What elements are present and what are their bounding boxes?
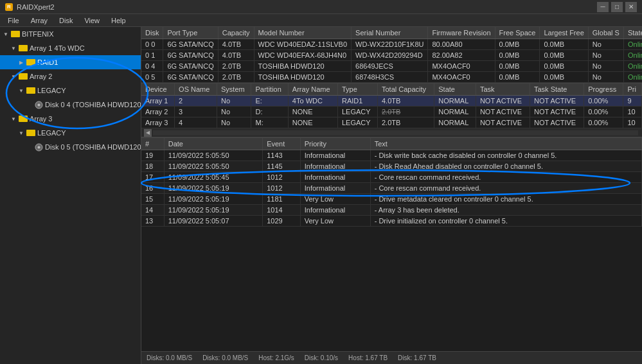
log-row-1[interactable]: 1811/09/2022 5:05:501145Informational- D… — [141, 161, 642, 172]
log-cell-1-3: Informational — [300, 161, 370, 172]
array-cell-2-4: NONE — [288, 117, 337, 128]
disk-row-2[interactable]: 0 46G SATA/NCQ2.0TBTOSHIBA HDWD12068649J… — [141, 61, 642, 72]
disk-col-header-1: Port Type — [163, 27, 218, 39]
disk-cell-2-5: MX4OACF0 — [428, 61, 495, 72]
array-cell-0-7: NORMAL — [434, 96, 476, 107]
array-col-header-0: Device — [141, 83, 175, 96]
array-col-header-5: Type — [337, 83, 377, 96]
tree-item-0[interactable]: ▼BITFENIX — [0, 27, 141, 41]
array-cell-0-0: Array 1 — [141, 96, 175, 107]
menu-file[interactable]: File — [3, 15, 24, 26]
log-row-4[interactable]: 1511/09/2022 5:05:191181Very Low- Drive … — [141, 194, 642, 205]
menu-array[interactable]: Array — [26, 15, 53, 26]
disk-col-header-6: Free Space — [495, 27, 540, 39]
log-cell-0-2: 1143 — [263, 150, 301, 161]
disk-row-1[interactable]: 0 16G SATA/NCQ4.0TBWDC WD40EFAX-68JH4N0W… — [141, 50, 642, 61]
tree-label-3: Array 2 — [30, 73, 52, 80]
log-cell-6-2: 1029 — [263, 216, 301, 227]
disk-row-0[interactable]: 0 06G SATA/NCQ4.0TBWDC WD40EDAZ-11SLVB0W… — [141, 39, 642, 50]
title-bar: R RAIDXpert2 ─ □ ✕ — [0, 0, 642, 14]
main-container: ▼BITFENIX▼Array 1 4To WDC▶RAID1▼Array 2▼… — [0, 27, 642, 364]
log-cell-3-3: Informational — [300, 183, 370, 194]
tree-item-3[interactable]: ▼Array 2 — [0, 69, 141, 83]
tree-item-8[interactable]: Disk 0 5 (TOSHIBA HDWD120) — [0, 140, 141, 154]
window-controls: ─ □ ✕ — [597, 2, 637, 12]
log-col-header-0: # — [141, 138, 164, 150]
disk-cell-1-9: Online — [623, 50, 642, 61]
log-cell-4-2: 1181 — [263, 194, 301, 205]
tree-item-6[interactable]: ▼Array 3 — [0, 112, 141, 126]
menu-bar: File Array Disk View Help — [0, 14, 642, 27]
status-item-4: Host: 1.67 TB — [348, 354, 388, 361]
array-cell-0-5: RAID1 — [337, 96, 377, 107]
tree-item-1[interactable]: ▼Array 1 4To WDC — [0, 41, 141, 55]
log-cell-5-0: 14 — [141, 205, 164, 216]
log-row-0[interactable]: 1911/09/2022 5:05:501143Informational- D… — [141, 150, 642, 161]
disk-cell-2-4: 68649JECS — [352, 61, 428, 72]
disk-cell-1-8: No — [588, 50, 623, 61]
array-cell-1-9: NOT ACTIVE — [530, 107, 584, 117]
log-cell-1-2: 1145 — [263, 161, 301, 172]
log-cell-3-0: 16 — [141, 183, 164, 194]
log-row-3[interactable]: 1611/09/2022 5:05:191012Informational- C… — [141, 183, 642, 194]
log-cell-6-0: 13 — [141, 216, 164, 227]
log-table-container[interactable]: #DateEventPriorityText 1911/09/2022 5:05… — [141, 138, 642, 351]
disk-col-header-4: Serial Number — [352, 27, 428, 39]
app-title: RAIDXpert2 — [17, 3, 55, 11]
tree-item-2[interactable]: ▶RAID1 — [0, 55, 141, 69]
log-cell-5-1: 11/09/2022 5:05:19 — [164, 205, 262, 216]
horizontal-scrollbar[interactable]: ◀ — [141, 128, 642, 137]
array-table-container: DeviceOS NameSystemPartitionArray NameTy… — [141, 83, 642, 138]
expand-icon-2: ▶ — [18, 59, 24, 65]
log-cell-0-1: 11/09/2022 5:05:50 — [164, 150, 262, 161]
menu-disk[interactable]: Disk — [54, 15, 78, 26]
maximize-button[interactable]: □ — [611, 2, 623, 12]
expand-icon-5 — [26, 101, 32, 108]
array-row-2[interactable]: Array 34NoM:NONELEGACY2.0TBNORMALNOT ACT… — [141, 117, 642, 128]
tree-item-4[interactable]: ▼LEGACY — [0, 83, 141, 98]
minimize-button[interactable]: ─ — [597, 2, 609, 12]
array-cell-2-5: LEGACY — [337, 117, 377, 128]
array-col-header-6: Total Capacity — [377, 83, 434, 96]
log-cell-2-0: 17 — [141, 172, 164, 183]
log-cell-3-1: 11/09/2022 5:05:19 — [164, 183, 262, 194]
tree-label-0: BITFENIX — [22, 30, 54, 38]
log-cell-5-2: 1014 — [263, 205, 301, 216]
disk-cell-3-5: MX4OACF0 — [428, 72, 495, 83]
tree-item-5[interactable]: Disk 0 4 (TOSHIBA HDWD120) — [0, 98, 141, 112]
tree-label-8: Disk 0 5 (TOSHIBA HDWD120) — [45, 143, 141, 151]
log-cell-2-1: 11/09/2022 5:05:45 — [164, 172, 262, 183]
tree-label-7: LEGACY — [37, 129, 66, 137]
log-col-header-3: Priority — [300, 138, 370, 150]
scroll-track[interactable] — [153, 130, 638, 135]
tree-label-6: Array 3 — [30, 115, 52, 123]
disk-cell-3-0: 0 5 — [141, 72, 163, 83]
tree-item-7[interactable]: ▼LEGACY — [0, 126, 141, 140]
array-col-header-4: Array Name — [288, 83, 337, 96]
log-cell-1-1: 11/09/2022 5:05:50 — [164, 161, 262, 172]
disk-cell-2-3: TOSHIBA HDWD120 — [254, 61, 352, 72]
disk-row-3[interactable]: 0 56G SATA/NCQ2.0TBTOSHIBA HDWD12068748H… — [141, 72, 642, 83]
log-col-header-1: Date — [164, 138, 262, 150]
array-cell-1-5: LEGACY — [337, 107, 377, 117]
close-button[interactable]: ✕ — [625, 2, 637, 12]
log-row-6[interactable]: 1311/09/2022 5:05:071029Very Low- Drive … — [141, 216, 642, 227]
log-row-2[interactable]: 1711/09/2022 5:05:451012Informational- C… — [141, 172, 642, 183]
array-row-1[interactable]: Array 23NoD:NONELEGACY2.0TBNORMALNOT ACT… — [141, 107, 642, 117]
disk-col-header-2: Capacity — [218, 27, 254, 39]
log-cell-2-3: Informational — [300, 172, 370, 183]
menu-view[interactable]: View — [79, 15, 105, 26]
disk-cell-2-2: 2.0TB — [218, 61, 254, 72]
array-col-header-9: Task State — [530, 83, 584, 96]
log-cell-1-0: 18 — [141, 161, 164, 172]
scroll-left-arrow[interactable]: ◀ — [144, 129, 152, 137]
log-row-5[interactable]: 1411/09/2022 5:05:191014Informational- A… — [141, 205, 642, 216]
array-row-0[interactable]: Array 12NoE:4To WDCRAID14.0TBNORMALNOT A… — [141, 96, 642, 107]
disk-col-header-9: State — [623, 27, 642, 39]
array-cell-2-2: No — [217, 117, 251, 128]
disk-cell-1-6: 0.0MB — [495, 50, 540, 61]
menu-help[interactable]: Help — [106, 15, 131, 26]
disk-cell-0-0: 0 0 — [141, 39, 163, 50]
array-col-header-11: Pri — [623, 83, 642, 96]
status-item-5: Disk: 1.67 TB — [398, 354, 436, 361]
